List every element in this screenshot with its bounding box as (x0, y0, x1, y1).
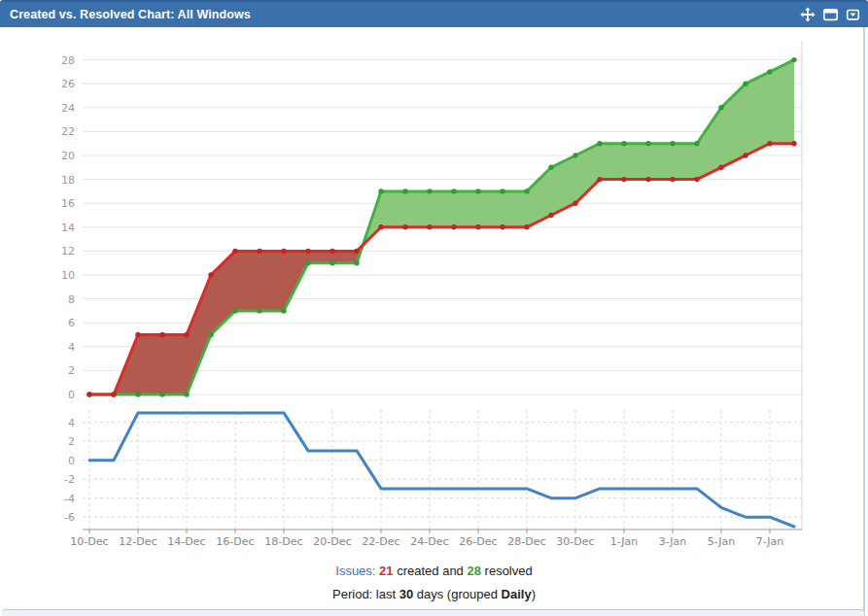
created-count: 21 (379, 564, 393, 578)
gadget-title: Created vs. Resolved Chart: All Windows (0, 8, 251, 21)
svg-text:4: 4 (68, 417, 75, 429)
gadget-title-bar: Created vs. Resolved Chart: All Windows (0, 0, 868, 27)
svg-text:10: 10 (61, 269, 75, 282)
period-summary-line: Period: last 30 days (grouped Daily) (0, 587, 868, 601)
resolved-count: 28 (467, 564, 480, 578)
gadget-right-border (863, 27, 865, 616)
svg-text:10-Dec: 10-Dec (70, 535, 108, 548)
move-gadget-icon[interactable] (800, 7, 816, 22)
svg-text:0: 0 (68, 389, 75, 401)
svg-text:22: 22 (61, 125, 75, 138)
created-vs-resolved-gadget: Created vs. Resolved Chart: All Windows … (0, 0, 868, 616)
svg-text:14: 14 (61, 222, 75, 234)
svg-text:-2: -2 (64, 473, 75, 486)
svg-text:24: 24 (61, 102, 75, 115)
svg-text:-6: -6 (64, 511, 75, 524)
svg-text:0: 0 (68, 455, 75, 467)
svg-text:22-Dec: 22-Dec (362, 535, 399, 548)
svg-text:7-Jan: 7-Jan (756, 535, 784, 548)
svg-text:12: 12 (61, 245, 75, 257)
svg-text:30-Dec: 30-Dec (556, 535, 594, 548)
gadget-menu-icon[interactable] (846, 7, 860, 22)
next-gadget-top-edge (2, 609, 864, 616)
period-label: Period: last (332, 587, 396, 601)
period-days: 30 (399, 587, 413, 601)
gadget-header-icons (800, 2, 860, 27)
svg-text:2: 2 (68, 364, 75, 377)
svg-text:4: 4 (68, 341, 75, 354)
expand-gadget-icon[interactable] (822, 7, 839, 22)
svg-text:20-Dec: 20-Dec (313, 535, 351, 548)
svg-text:8: 8 (68, 293, 75, 306)
svg-text:1-Jan: 1-Jan (610, 535, 639, 548)
chart-canvas: 0246810121416182022242628420-2-4-610-Dec… (0, 27, 868, 559)
svg-text:26: 26 (61, 78, 75, 90)
svg-text:20: 20 (61, 150, 75, 162)
svg-text:14-Dec: 14-Dec (167, 535, 205, 548)
resolved-label: resolved (485, 564, 533, 578)
svg-text:18: 18 (61, 174, 75, 187)
svg-text:24-Dec: 24-Dec (410, 535, 448, 548)
svg-text:26-Dec: 26-Dec (459, 535, 497, 548)
issues-link[interactable]: Issues: (335, 564, 375, 578)
issues-summary-line: Issues: 21 created and 28 resolved (0, 564, 868, 578)
chart-footer: Issues: 21 created and 28 resolved Perio… (0, 564, 868, 601)
created-vs-resolved-chart: 0246810121416182022242628420-2-4-610-Dec… (0, 27, 868, 559)
svg-text:16-Dec: 16-Dec (216, 535, 254, 548)
svg-text:16: 16 (61, 197, 75, 210)
svg-text:12-Dec: 12-Dec (119, 535, 156, 548)
svg-text:5-Jan: 5-Jan (708, 535, 736, 548)
svg-text:-4: -4 (64, 493, 75, 505)
svg-text:3-Jan: 3-Jan (659, 535, 687, 548)
svg-text:18-Dec: 18-Dec (264, 535, 302, 548)
svg-text:28: 28 (61, 54, 75, 67)
created-label: created and (397, 564, 464, 578)
period-grouping-label: days (grouped (417, 587, 498, 601)
svg-text:28-Dec: 28-Dec (507, 535, 545, 548)
period-group-value: Daily (502, 587, 532, 601)
period-close-paren: ) (532, 587, 536, 601)
svg-text:2: 2 (68, 435, 75, 448)
svg-text:6: 6 (68, 317, 75, 329)
